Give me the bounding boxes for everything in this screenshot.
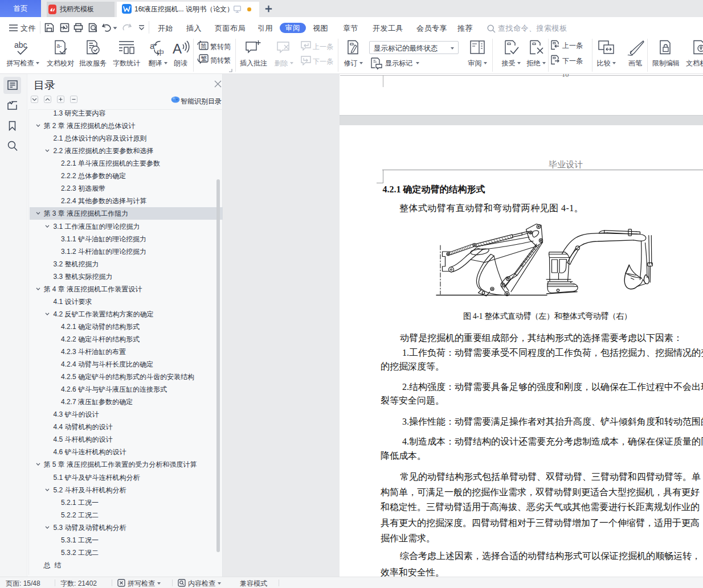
svg-text:a: a [150, 41, 155, 51]
svg-text:简: 简 [201, 43, 207, 50]
svg-text:繁: 繁 [201, 55, 207, 62]
svg-text:A: A [173, 41, 182, 55]
svg-text:a-: a- [57, 43, 62, 49]
svg-text:abc: abc [14, 40, 27, 50]
